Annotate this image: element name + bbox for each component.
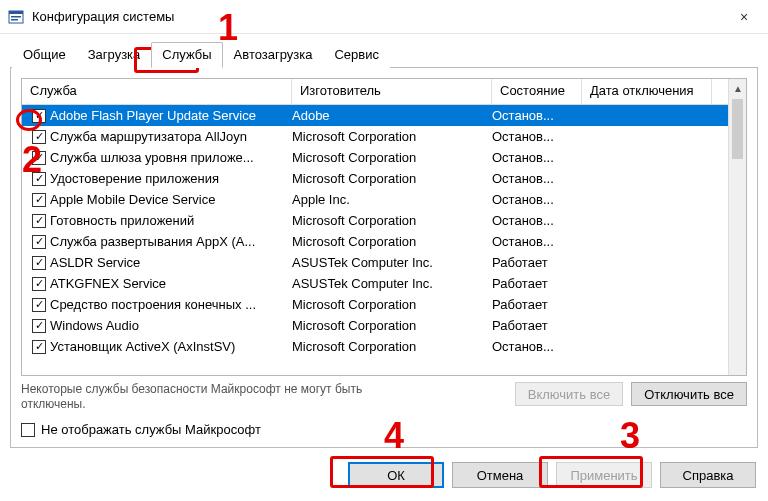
row-checkbox[interactable]: ✓ bbox=[22, 256, 50, 270]
checkmark-icon: ✓ bbox=[32, 172, 46, 186]
row-checkbox[interactable]: ✓ bbox=[22, 109, 50, 123]
col-date-disabled[interactable]: Дата отключения bbox=[582, 79, 712, 104]
row-checkbox[interactable]: ✓ bbox=[22, 193, 50, 207]
svg-rect-3 bbox=[11, 19, 18, 21]
cell-state: Работает bbox=[492, 318, 582, 333]
list-body: ✓Adobe Flash Player Update ServiceAdobeО… bbox=[22, 105, 746, 375]
col-state[interactable]: Состояние bbox=[492, 79, 582, 104]
svg-rect-2 bbox=[11, 16, 21, 18]
checkmark-icon: ✓ bbox=[32, 340, 46, 354]
table-row[interactable]: ✓Служба развертывания AppX (A...Microsof… bbox=[22, 231, 746, 252]
app-icon bbox=[8, 9, 24, 25]
col-manufacturer[interactable]: Изготовитель bbox=[292, 79, 492, 104]
cell-state: Работает bbox=[492, 297, 582, 312]
col-service[interactable]: Служба bbox=[22, 79, 292, 104]
row-checkbox[interactable]: ✓ bbox=[22, 151, 50, 165]
cell-state: Останов... bbox=[492, 213, 582, 228]
tab-general[interactable]: Общие bbox=[12, 42, 77, 68]
cell-state: Останов... bbox=[492, 234, 582, 249]
checkbox-icon bbox=[21, 423, 35, 437]
tab-panel: Служба Изготовитель Состояние Дата отклю… bbox=[10, 67, 758, 448]
cancel-button[interactable]: Отмена bbox=[452, 462, 548, 488]
scroll-thumb[interactable] bbox=[732, 99, 743, 159]
table-row[interactable]: ✓Средство построения конечных ...Microso… bbox=[22, 294, 746, 315]
cell-state: Работает bbox=[492, 255, 582, 270]
services-list[interactable]: Служба Изготовитель Состояние Дата отклю… bbox=[21, 78, 747, 376]
disable-all-button[interactable]: Отключить все bbox=[631, 382, 747, 406]
hide-ms-checkbox[interactable]: Не отображать службы Майкрософт bbox=[21, 422, 747, 437]
row-checkbox[interactable]: ✓ bbox=[22, 214, 50, 228]
cell-manufacturer: Microsoft Corporation bbox=[292, 213, 492, 228]
cell-state: Останов... bbox=[492, 192, 582, 207]
checkmark-icon: ✓ bbox=[32, 277, 46, 291]
security-note: Некоторые службы безопасности Майкрософт… bbox=[21, 382, 401, 412]
table-row[interactable]: ✓Windows AudioMicrosoft CorporationРабот… bbox=[22, 315, 746, 336]
row-checkbox[interactable]: ✓ bbox=[22, 172, 50, 186]
tab-tools[interactable]: Сервис bbox=[323, 42, 390, 68]
cell-state: Останов... bbox=[492, 108, 582, 123]
table-row[interactable]: ✓ASLDR ServiceASUSTek Computer Inc.Работ… bbox=[22, 252, 746, 273]
cell-manufacturer: Microsoft Corporation bbox=[292, 171, 492, 186]
cell-service: ATKGFNEX Service bbox=[50, 276, 292, 291]
table-row[interactable]: ✓Служба маршрутизатора AllJoynMicrosoft … bbox=[22, 126, 746, 147]
svg-rect-1 bbox=[9, 11, 23, 14]
row-checkbox[interactable]: ✓ bbox=[22, 130, 50, 144]
cell-service: ASLDR Service bbox=[50, 255, 292, 270]
tab-services[interactable]: Службы bbox=[151, 42, 222, 68]
cell-manufacturer: Microsoft Corporation bbox=[292, 129, 492, 144]
list-header: Служба Изготовитель Состояние Дата отклю… bbox=[22, 79, 746, 105]
cell-manufacturer: Apple Inc. bbox=[292, 192, 492, 207]
table-row[interactable]: ✓Удостоверение приложенияMicrosoft Corpo… bbox=[22, 168, 746, 189]
row-checkbox[interactable]: ✓ bbox=[22, 319, 50, 333]
table-row[interactable]: ✓Готовность приложенийMicrosoft Corporat… bbox=[22, 210, 746, 231]
checkmark-icon: ✓ bbox=[32, 193, 46, 207]
tab-strip: Общие Загрузка Службы Автозагрузка Серви… bbox=[10, 42, 758, 68]
row-checkbox[interactable]: ✓ bbox=[22, 298, 50, 312]
scroll-up-icon[interactable]: ▲ bbox=[729, 79, 747, 97]
table-row[interactable]: ✓Установщик ActiveX (AxInstSV)Microsoft … bbox=[22, 336, 746, 357]
ok-button[interactable]: ОК bbox=[348, 462, 444, 488]
table-row[interactable]: ✓Служба шлюза уровня приложе...Microsoft… bbox=[22, 147, 746, 168]
cell-state: Останов... bbox=[492, 339, 582, 354]
checkmark-icon: ✓ bbox=[32, 130, 46, 144]
dialog-content: Общие Загрузка Службы Автозагрузка Серви… bbox=[0, 34, 768, 498]
cell-service: Служба шлюза уровня приложе... bbox=[50, 150, 292, 165]
row-checkbox[interactable]: ✓ bbox=[22, 235, 50, 249]
apply-button[interactable]: Применить bbox=[556, 462, 652, 488]
cell-manufacturer: Microsoft Corporation bbox=[292, 297, 492, 312]
checkmark-icon: ✓ bbox=[32, 151, 46, 165]
cell-service: Служба маршрутизатора AllJoyn bbox=[50, 129, 292, 144]
cell-state: Работает bbox=[492, 276, 582, 291]
checkmark-icon: ✓ bbox=[32, 214, 46, 228]
table-row[interactable]: ✓Apple Mobile Device ServiceApple Inc.Ос… bbox=[22, 189, 746, 210]
cell-state: Останов... bbox=[492, 150, 582, 165]
cell-manufacturer: ASUSTek Computer Inc. bbox=[292, 276, 492, 291]
cell-manufacturer: ASUSTek Computer Inc. bbox=[292, 255, 492, 270]
hide-ms-label: Не отображать службы Майкрософт bbox=[41, 422, 261, 437]
cell-manufacturer: Microsoft Corporation bbox=[292, 339, 492, 354]
checkmark-icon: ✓ bbox=[32, 109, 46, 123]
checkmark-icon: ✓ bbox=[32, 256, 46, 270]
help-button[interactable]: Справка bbox=[660, 462, 756, 488]
window-title: Конфигурация системы bbox=[32, 9, 722, 24]
close-icon: × bbox=[740, 9, 748, 25]
checkmark-icon: ✓ bbox=[32, 319, 46, 333]
vertical-scrollbar[interactable]: ▲ bbox=[728, 79, 746, 375]
cell-state: Останов... bbox=[492, 129, 582, 144]
table-row[interactable]: ✓ATKGFNEX ServiceASUSTek Computer Inc.Ра… bbox=[22, 273, 746, 294]
titlebar: Конфигурация системы × bbox=[0, 0, 768, 34]
row-checkbox[interactable]: ✓ bbox=[22, 277, 50, 291]
close-button[interactable]: × bbox=[722, 2, 766, 32]
row-checkbox[interactable]: ✓ bbox=[22, 340, 50, 354]
cell-service: Служба развертывания AppX (A... bbox=[50, 234, 292, 249]
table-row[interactable]: ✓Adobe Flash Player Update ServiceAdobeО… bbox=[22, 105, 746, 126]
cell-service: Средство построения конечных ... bbox=[50, 297, 292, 312]
tab-startup[interactable]: Автозагрузка bbox=[223, 42, 324, 68]
tab-boot[interactable]: Загрузка bbox=[77, 42, 152, 68]
cell-service: Windows Audio bbox=[50, 318, 292, 333]
cell-service: Готовность приложений bbox=[50, 213, 292, 228]
cell-service: Удостоверение приложения bbox=[50, 171, 292, 186]
cell-manufacturer: Microsoft Corporation bbox=[292, 234, 492, 249]
enable-all-button[interactable]: Включить все bbox=[515, 382, 623, 406]
cell-manufacturer: Adobe bbox=[292, 108, 492, 123]
